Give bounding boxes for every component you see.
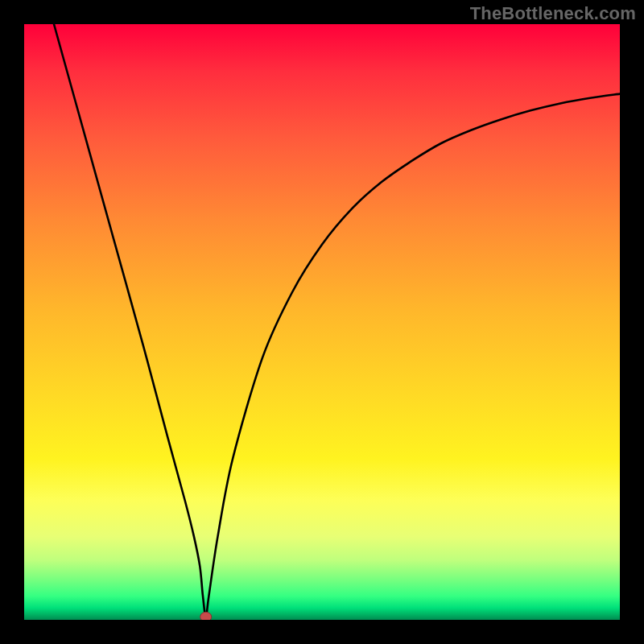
- bottleneck-curve: [54, 24, 620, 617]
- optimal-point-marker: [200, 612, 212, 620]
- chart-frame: TheBottleneck.com: [0, 0, 644, 644]
- chart-plot-area: [24, 24, 620, 620]
- attribution-watermark: TheBottleneck.com: [470, 3, 636, 24]
- chart-svg: [24, 24, 620, 620]
